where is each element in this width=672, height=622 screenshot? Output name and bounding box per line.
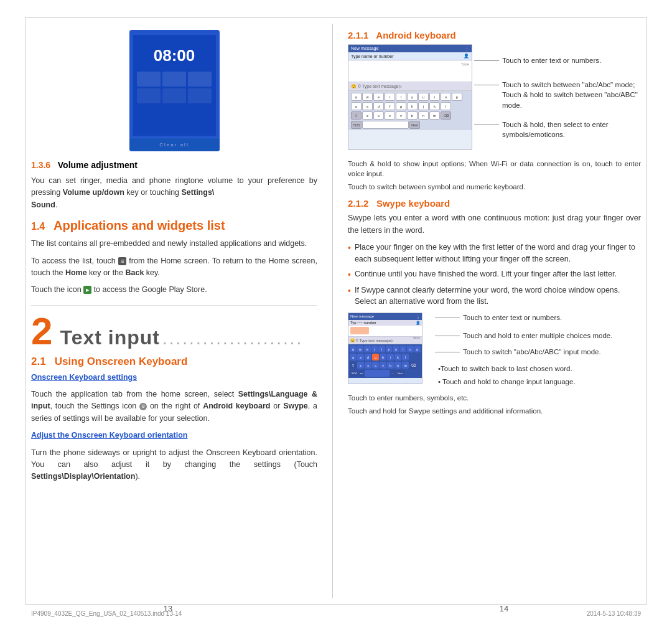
swype-note3: Touch to enter numbers, symbols, etc. (348, 393, 641, 403)
section-136-num: 1.3.6 (31, 160, 50, 170)
heading-212: 2.1.2 Swype keyboard (348, 198, 641, 209)
kbd-msg-field: Type name or number👤 (348, 52, 472, 60)
swype-bullet3: • If Swype cannot clearly determine your… (348, 285, 641, 308)
bullet-dot-3: • (348, 285, 351, 298)
kbd-mock: New message⋮ Type name or number👤 Type 😊… (348, 44, 472, 150)
footer: IP4909_4032E_QG_Eng_USA_02_140513.indd 1… (31, 610, 641, 617)
chapter-2-dots: ..................... (162, 329, 303, 349)
bold-swype: Swype (283, 402, 308, 410)
swype-type-bar: 😊 © Type text message▷ (348, 337, 422, 344)
heading-211: 2.1.1 Android keyboard (348, 30, 641, 40)
bold-settings: Settings\ (182, 188, 215, 197)
phone-screenshot: 08:00 Clear all (129, 30, 220, 151)
android-kbd-block: New message⋮ Type name or number👤 Type 😊… (348, 44, 641, 155)
heading-14: 1.4 Applications and widgets list (31, 219, 317, 233)
play-icon: ▶ (83, 286, 91, 294)
bold-home: Home (65, 268, 87, 277)
right-column: 2.1.1 Android keyboard New message⋮ Type… (348, 24, 641, 598)
android-note2: Touch to switch between symbol and numer… (348, 182, 641, 192)
swype-note1: •Touch to switch back to last chosen wor… (438, 364, 641, 374)
swype-annotations: Touch to enter text or numbers. Touch an… (435, 313, 641, 389)
swype-type: tacte (348, 326, 422, 337)
swype-bullet3-text: If Swype cannot clearly determine your w… (355, 285, 641, 308)
section-212-num: 2.1.2 (348, 198, 374, 209)
section-136-body: You can set ringer, media and phone ring… (31, 175, 317, 211)
orientation-label[interactable]: Adjust the Onscreen Keyboard orientation (31, 431, 187, 440)
section-212-title: Swype keyboard (376, 198, 450, 209)
ann-item-3: Touch & hold, then select to enter symbo… (474, 120, 641, 140)
section-211-num: 2.1.1 (348, 30, 374, 40)
left-column: 08:00 Clear all (31, 24, 317, 598)
kbd-settings-link: Onscreen Keyboard settings (31, 372, 317, 384)
grid-icon: ⊞ (118, 257, 126, 265)
swype-top: New message⋮ (348, 313, 422, 320)
swype-ann-item-3: Touch to switch "abc/Abc/ABC" input mode… (435, 347, 641, 357)
section-14-title: Applications and widgets list (54, 219, 225, 232)
chapter-2-num: 2 (31, 312, 52, 351)
section-14-para2: To access the list, touch ⊞ from the Hom… (31, 255, 317, 280)
section-211-title: Android keyboard (376, 30, 455, 40)
phone-bottom-text: Clear all (159, 142, 189, 148)
swype-ann-line-1 (435, 318, 460, 318)
kbd-top-bar: New message⋮ (348, 45, 472, 52)
swype-keys: qwertyuiop asdghikl ⇧zxcvbnm⌫ SYM en (348, 344, 422, 378)
page-border-right (646, 17, 647, 605)
swype-ann-line-3 (435, 352, 460, 352)
ann-text-3: Touch & hold, then select to enter symbo… (499, 120, 641, 140)
android-kbd-screenshot: New message⋮ Type name or number👤 Type 😊… (348, 44, 469, 155)
kbd-type-bar: 😊 © Type text message▷ (348, 82, 472, 91)
swype-bullet1: • Place your finger on the key with the … (348, 242, 641, 265)
swype-kbd-mock: New message⋮ Typ ── number👤 tacte 😊 © Ty… (348, 313, 422, 384)
swype-ann-item-2: Touch and hold to enter multiple choices… (435, 331, 641, 341)
settings-icon: ⚙ (139, 403, 147, 410)
swype-note2: • Touch and hold to change input languag… (438, 377, 641, 387)
swype-notes-block: •Touch to switch back to last chosen wor… (435, 364, 641, 387)
bold-android-kbd: Android keyboard (203, 402, 270, 410)
android-note1: Touch & hold to show input options; When… (348, 159, 641, 179)
bold-back: Back (125, 268, 144, 277)
bold-lang: Language & input (31, 390, 317, 410)
footer-right: 2014-5-13 10:48:39 (587, 610, 641, 617)
bold-settings2: Settings\ (238, 390, 271, 398)
ann-item-1: Touch to enter text or numbers. (474, 55, 641, 66)
swype-ann-line-2 (435, 336, 460, 336)
ann-line-2 (474, 85, 499, 85)
kbd-settings-label[interactable]: Onscreen Keyboard settings (31, 373, 137, 382)
swype-ann-item-1: Touch to enter text or numbers. (435, 313, 641, 323)
ann-text-2: Touch to switch between "abc/Abc" mode; … (499, 80, 641, 111)
swype-ann-text-3: Touch to switch "abc/Abc/ABC" input mode… (460, 347, 601, 357)
bullet-dot-2: • (348, 268, 351, 281)
chapter-2-heading: 2 Text input ..................... (31, 305, 317, 351)
page-border-left (25, 17, 26, 605)
ann-line-1 (474, 60, 499, 61)
swype-note4: Touch and hold for Swype settings and ad… (348, 406, 641, 416)
column-divider (332, 24, 333, 598)
swype-kbd-screenshot: New message⋮ Typ ── number👤 tacte 😊 © Ty… (348, 313, 429, 389)
ann-item-2: Touch to switch between "abc/Abc" mode; … (474, 80, 641, 111)
swype-ann-text-2: Touch and hold to enter multiple choices… (460, 331, 612, 341)
swype-kbd-block: New message⋮ Typ ── number👤 tacte 😊 © Ty… (348, 313, 641, 389)
swype-bullet2: • Continue until you have finished the w… (348, 268, 641, 281)
kbd-settings-para: Touch the application tab from the home … (31, 389, 317, 425)
kbd-text-area: Type (348, 60, 472, 82)
kbd-keys: qwertyuiop asdfghjkl ⇧zxcvbnm⌫ ?123 Next (348, 91, 472, 130)
swype-bullet1-text: Place your finger on the key with the fi… (355, 242, 641, 265)
bold-sound: Sound (31, 200, 55, 209)
page-border-top (25, 17, 647, 18)
section-21-num: 2.1 (31, 356, 52, 367)
section-14-para3: Touch the icon ▶ to access the Google Pl… (31, 284, 317, 296)
bold-volume: Volume up/down (63, 188, 124, 197)
orientation-link: Adjust the Onscreen Keyboard orientation (31, 430, 317, 441)
section-14-para1: The list contains all pre-embedded and n… (31, 238, 317, 250)
swype-bullet2-text: Continue until you have finished the wor… (355, 268, 617, 280)
bullet-dot-1: • (348, 242, 351, 255)
section-14-container: 1.4 Applications and widgets list The li… (31, 219, 317, 296)
ann-line-3 (474, 125, 499, 125)
section-14-num: 1.4 (31, 221, 50, 232)
phone-time: 08:00 (133, 35, 216, 65)
heading-21: 2.1 Using Onscreen Keyboard (31, 356, 317, 368)
bold-settings-path: Settings\Display\Orientation (31, 472, 135, 481)
swype-ann-text-1: Touch to enter text or numbers. (460, 313, 562, 323)
android-kbd-annotations: Touch to enter text or numbers. Touch to… (474, 44, 641, 155)
section-136-title: Volume adjustment (58, 160, 138, 170)
